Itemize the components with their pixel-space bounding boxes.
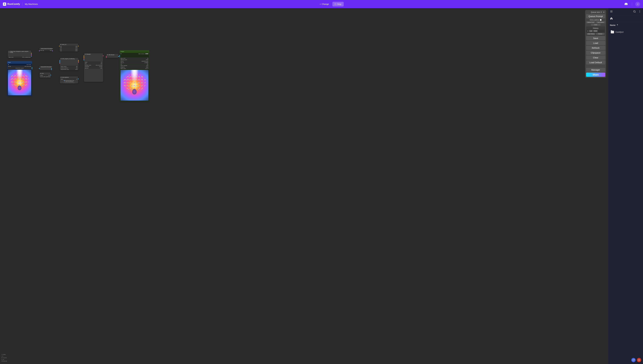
fab-refresh[interactable] bbox=[631, 358, 636, 362]
view-queue-button[interactable]: View Queue bbox=[596, 21, 605, 23]
param-row[interactable]: ◂formatvideo/h264-mp4▸ bbox=[120, 60, 149, 62]
nav-my-machines[interactable]: My Machines bbox=[25, 3, 38, 5]
param-value[interactable]: fixed bbox=[48, 76, 50, 77]
param-value[interactable]: 0.01 bbox=[75, 69, 77, 70]
node-vae-decode[interactable]: VAE Decode bbox=[106, 54, 118, 58]
param-row[interactable]: ◂save_metadatatrue▸ bbox=[120, 65, 149, 66]
param-value[interactable]: 1.30 bbox=[75, 46, 77, 47]
param-value[interactable]: true bbox=[146, 65, 148, 66]
folder-item-comfyui[interactable]: ComfyUI bbox=[609, 29, 642, 36]
discord-icon[interactable] bbox=[624, 2, 629, 7]
param-value[interactable]: normal bbox=[99, 66, 102, 67]
param-value[interactable]: 12 bbox=[48, 75, 49, 76]
param-value[interactable]: video/h264-mp4 bbox=[142, 61, 148, 62]
param-value[interactable]: 1.00 bbox=[100, 68, 102, 68]
clipspace-button[interactable]: Clipspace bbox=[586, 50, 605, 55]
history-item[interactable]: 0: Load Delete bbox=[587, 30, 604, 32]
param-row[interactable]: ◂pix_fmtyuv420p▸ bbox=[120, 62, 149, 63]
extra-options-checkbox[interactable] bbox=[600, 19, 602, 21]
history-load-button[interactable]: Load bbox=[589, 30, 593, 32]
param-value[interactable]: 3.5 bbox=[100, 63, 102, 64]
param-row[interactable]: ◂augmentation_level0.01▸ bbox=[60, 69, 78, 70]
param-value[interactable]: SVD_xt.safetensors bbox=[22, 57, 30, 58]
home-icon[interactable] bbox=[610, 17, 613, 20]
stop-button[interactable]: Stop bbox=[332, 2, 344, 6]
param-row[interactable]: ◂filename_prefix1015▸ bbox=[120, 59, 149, 60]
node-ksampler[interactable]: KSampler ◂steps17▸◂cfg3.5▸◂sampler_namee… bbox=[84, 53, 103, 82]
extra-options-row[interactable]: Extra options bbox=[586, 19, 605, 21]
param-row[interactable]: ◂denoise1.00▸ bbox=[84, 67, 103, 69]
param-value[interactable]: 1.0 bbox=[50, 50, 51, 51]
param-row[interactable]: ◂video_frames25▸ bbox=[60, 66, 78, 67]
node-svd-conditioning[interactable]: SVD_img2vid_Conditioning ◂video_frames25… bbox=[60, 58, 78, 70]
param-row[interactable]: ◂s10.90▸ bbox=[60, 48, 78, 50]
param-value[interactable]: 0.90 bbox=[75, 49, 77, 50]
upload-button[interactable]: choose file to upload bbox=[8, 67, 32, 69]
history-delete-button[interactable]: Delete bbox=[593, 30, 598, 32]
param-value[interactable]: 1015 bbox=[146, 59, 148, 60]
node-title: VAE Decode bbox=[108, 54, 114, 55]
param-value[interactable]: 40 bbox=[76, 68, 77, 68]
clear-button[interactable]: Clear bbox=[586, 56, 605, 60]
gear-icon[interactable]: ⚙ bbox=[603, 11, 604, 13]
node-freeu[interactable]: FreeU_V2 ◂b11.30▸◂b21.40▸◂s10.90▸◂s20.20… bbox=[59, 44, 78, 52]
param-value[interactable]: yuv420p bbox=[144, 62, 148, 63]
param-value[interactable]: 0.20 bbox=[75, 50, 77, 51]
param-value[interactable]: euler_ancestral bbox=[96, 65, 102, 66]
param-label: pingpong bbox=[121, 66, 125, 68]
param-row[interactable]: ◂schedulernormal▸ bbox=[84, 66, 103, 67]
param-row[interactable]: ◂b21.40▸ bbox=[60, 47, 78, 48]
node-output[interactable]: Output Video Combine 🎥🅥🅗🅢 ◂loop_count0▸◂… bbox=[120, 50, 149, 102]
radio-label[interactable]: New Fixed Random bbox=[66, 81, 74, 82]
fab-close[interactable] bbox=[637, 358, 641, 362]
change-button[interactable]: + Change bbox=[318, 2, 331, 6]
param-value[interactable]: 20 bbox=[147, 64, 148, 64]
node-title: FPS bbox=[42, 73, 44, 74]
param-row[interactable]: ◂save_outputtrue ✓▸ bbox=[120, 68, 149, 69]
param-row[interactable]: ◂pingpongfalse▸ bbox=[120, 66, 149, 68]
param-value[interactable]: false bbox=[146, 66, 148, 68]
load-button[interactable]: Load bbox=[586, 41, 605, 45]
param-label: min_cfg bbox=[41, 50, 44, 51]
more-icon[interactable] bbox=[638, 10, 641, 14]
node-nearest-resolution[interactable]: NearestSDXLResolution bbox=[39, 66, 52, 70]
node-canvas[interactable]: Image Only Checkpoint Loader (img2vid mo… bbox=[0, 8, 608, 364]
param-row[interactable]: ◂motion_bucket_id40▸ bbox=[60, 67, 78, 68]
param-value[interactable]: 17 bbox=[101, 62, 102, 63]
drag-handle-icon[interactable]: ⋮⋮ bbox=[587, 12, 590, 13]
search-icon[interactable] bbox=[633, 10, 636, 14]
queue-front-button[interactable]: Queue Front bbox=[586, 21, 595, 23]
manager-button[interactable]: Manager bbox=[586, 68, 605, 72]
name-column-header[interactable]: Name bbox=[608, 22, 643, 28]
param-row[interactable]: ◂crf20▸ bbox=[120, 64, 149, 65]
menu-icon[interactable] bbox=[610, 10, 613, 14]
node-seed[interactable]: Seed (rgthree) ◂seed-1▸ Randomize Each T… bbox=[60, 76, 78, 84]
param-value[interactable]: 25 bbox=[76, 66, 77, 67]
param-row[interactable]: ◂s20.20▸ bbox=[60, 50, 78, 51]
param-row[interactable]: ◂loop_count0▸ bbox=[120, 58, 149, 59]
load-default-button[interactable]: Load Default bbox=[586, 60, 605, 64]
param-row[interactable]: ◂cfg3.5▸ bbox=[84, 63, 103, 64]
clear-history-button[interactable]: Clear History bbox=[587, 33, 595, 35]
param-label: scheduler bbox=[85, 66, 89, 67]
node-fps[interactable]: FPS ◂value12▸ ◂control_after_genefixed▸ bbox=[39, 72, 51, 78]
logo[interactable]: R RunComfy bbox=[3, 2, 20, 6]
node-checkpoint-loader[interactable]: Image Only Checkpoint Loader (img2vid mo… bbox=[8, 50, 32, 58]
queue-prompt-button[interactable]: Queue Prompt bbox=[586, 14, 605, 18]
save-button[interactable]: Save bbox=[586, 36, 605, 40]
share-button[interactable]: Share bbox=[586, 72, 605, 77]
param-row[interactable]: ◂steps17▸ bbox=[84, 62, 103, 63]
param-value[interactable]: true ✓ bbox=[145, 68, 148, 69]
radio-label[interactable]: Randomize Each Time bbox=[65, 80, 74, 81]
refresh-history-button[interactable]: Refresh bbox=[596, 33, 604, 35]
node-cfg-guidance[interactable]: VideoLinearCFGGuidance ◂min_cfg1.0▸ bbox=[39, 48, 52, 51]
param-row[interactable]: ◂sampler_nameeuler_ancestral▸ bbox=[84, 64, 103, 66]
user-avatar[interactable]: J bbox=[635, 2, 640, 6]
param-row[interactable]: ◂b11.30▸ bbox=[60, 46, 78, 47]
close-button[interactable]: Close bbox=[591, 24, 600, 26]
param-value[interactable]: 1.40 bbox=[75, 47, 77, 48]
param-value[interactable]: 1015_input.png bbox=[24, 66, 30, 67]
control-panel[interactable]: ⋮⋮ Queue size: 0 ⚙ Queue Prompt Extra op… bbox=[585, 10, 606, 78]
node-input[interactable]: Input Load Image ◂image1015_input.png▸ c… bbox=[7, 61, 32, 96]
refresh-button[interactable]: Refresh bbox=[586, 46, 605, 50]
